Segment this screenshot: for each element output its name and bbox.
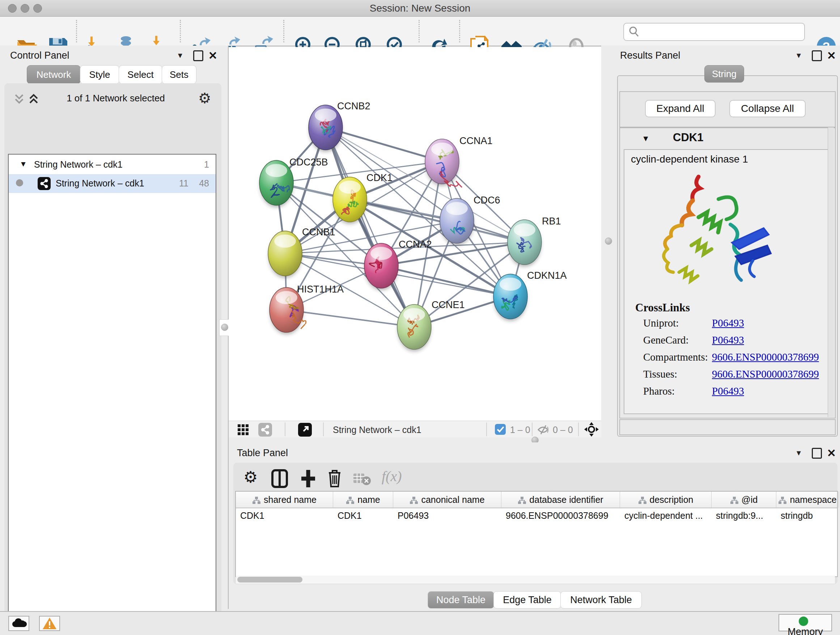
network-collection-row[interactable]: ▼ String Network – cdk1 1 [9,155,216,174]
results-scrollbar[interactable] [828,127,834,417]
network-node-CDKN1A[interactable]: CDKN1A [493,270,567,321]
panel-menu-icon[interactable]: ▼ [795,51,802,60]
memory-status-button[interactable]: Memory [778,614,832,631]
table-cell[interactable]: cyclin-dependent ... [620,508,711,523]
collection-count: 1 [204,159,209,170]
network-options-gear-icon[interactable]: ⚙ [198,90,211,106]
node-table: shared namenamecanonical namedatabase id… [235,491,838,577]
network-node-HIST1H1A[interactable]: HIST1H1A [270,284,344,334]
expand-all-button[interactable]: Expand All [645,100,715,117]
network-node-CCNA1[interactable]: CCNA1 [425,135,493,187]
gene-expander-icon[interactable]: ▼ [642,134,650,143]
crosslink-link[interactable]: 9606.ENSP00000378699 [712,351,819,363]
tab-network-table[interactable]: Network Table [561,591,642,608]
table-cell[interactable]: P06493 [393,508,501,523]
tab-select[interactable]: Select [118,65,163,84]
table-cell[interactable]: CDK1 [333,508,393,523]
hscrollbar-thumb[interactable] [237,577,302,583]
collapse-all-button[interactable]: Collapse All [729,100,806,117]
hidden-eye-slash-icon[interactable] [537,424,549,438]
network-node-CCNB1[interactable]: CCNB1 [268,226,335,278]
network-view-toolbar: String Network – cdk1 1 – 0 0 – 0 [229,421,601,438]
panel-menu-icon[interactable]: ▼ [177,51,184,60]
column-header-4[interactable]: description [620,492,712,508]
cloud-icon [11,618,27,629]
tab-string-results[interactable]: String [704,65,744,82]
column-header-5[interactable]: @id [712,492,776,508]
crosslink-label: Uniprot: [643,317,679,329]
network-node-CCNB2[interactable]: CCNB2 [309,101,370,152]
network-label: String Network – cdk1 [56,178,144,188]
column-header-0[interactable]: shared name [236,492,333,508]
network-node-CDC25B[interactable]: CDC25B [259,157,328,207]
cloud-status-button[interactable] [8,616,29,631]
string-view-icon[interactable] [258,423,272,437]
delete-column-trash-icon[interactable] [327,469,343,489]
network-graph[interactable]: CCNB2CCNA1CDC25BCDK1CDC6RB1CCNB1CCNA2CDK… [229,47,601,421]
crosslink-link[interactable]: 9606.ENSP00000378699 [712,368,819,380]
network-row[interactable]: String Network – cdk1 11 48 [9,174,216,193]
crosslink-link[interactable]: P06493 [712,385,744,397]
network-node-CCNE1[interactable]: CCNE1 [397,299,465,352]
table-cell[interactable]: 9606.ENSP00000378699 [501,508,620,523]
crosslink-link[interactable]: P06493 [712,317,744,329]
birds-eye-view-icon[interactable] [584,422,599,439]
tab-style[interactable]: Style [80,65,119,84]
memory-ok-dot-icon [799,616,808,626]
search-box [623,23,805,41]
open-in-window-icon[interactable] [298,423,312,437]
panel-close-icon[interactable]: ✕ [827,447,836,459]
search-input[interactable] [643,25,800,38]
add-column-icon[interactable] [299,469,317,489]
hidden-counts: 0 – 0 [553,424,573,435]
crosslink-row: Uniprot:P06493 [643,317,679,329]
network-edge-count: 48 [199,178,209,188]
panel-menu-icon[interactable]: ▼ [795,449,802,457]
node-label-CCNB1: CCNB1 [302,226,335,238]
tree-expander-icon[interactable]: ▼ [19,160,27,168]
column-header-6[interactable]: namespace [776,492,839,508]
column-header-3[interactable]: database identifier [501,492,620,508]
panel-float-icon[interactable] [812,50,822,61]
crosslink-row: GeneCard:P06493 [643,334,689,346]
network-node-RB1[interactable]: RB1 [508,216,561,267]
node-label-CDC25B: CDC25B [289,157,328,168]
column-header-1[interactable]: name [333,492,393,508]
panel-close-icon[interactable]: ✕ [208,49,218,62]
network-node-CDC6[interactable]: CDC6 [440,195,500,245]
splitter-dot-icon[interactable] [605,238,612,245]
gene-detail-box: cyclin-dependent kinase 1 [624,149,832,414]
selected-checkbox-icon[interactable] [495,424,506,435]
main-toolbar: ? [0,17,840,46]
show-columns-icon[interactable] [271,469,288,489]
tab-network[interactable]: Network [27,65,81,84]
network-node-CDK1[interactable]: CDK1 [333,172,393,224]
panel-float-icon[interactable] [812,448,822,459]
expand-all-networks-button[interactable] [27,92,40,107]
grid-view-icon[interactable] [237,424,249,438]
panel-close-icon[interactable]: ✕ [827,49,836,62]
splitter-dot-icon[interactable] [221,324,228,331]
toolbar-separator [285,423,286,436]
panel-float-icon[interactable] [193,50,203,61]
collapse-all-networks-button[interactable] [13,92,25,107]
table-cell[interactable]: stringdb:9... [712,508,776,523]
network-canvas[interactable]: CCNB2CCNA1CDC25BCDK1CDC6RB1CCNB1CCNA2CDK… [229,47,601,421]
table-hscrollbar[interactable] [236,576,835,584]
tab-node-table[interactable]: Node Table [428,591,494,608]
gene-section: ▼ CDK1 cyclin-dependent kinase 1 [619,127,836,418]
node-label-CDK1: CDK1 [366,172,393,183]
crosslink-link[interactable]: P06493 [712,334,744,346]
network-tree: ▼ String Network – cdk1 1 String Network… [8,154,216,635]
table-cell[interactable]: CDK1 [236,508,333,523]
table-panel-window-buttons: ▼✕ [795,447,836,459]
table-options-gear-icon[interactable]: ⚙ [243,468,257,486]
column-header-2[interactable]: canonical name [393,492,501,508]
tab-sets[interactable]: Sets [162,65,196,84]
tab-edge-table[interactable]: Edge Table [493,591,561,608]
warnings-button[interactable] [39,616,60,631]
double-chevron-down-icon [13,92,25,106]
node-label-CCNE1: CCNE1 [431,299,465,310]
table-cell[interactable]: stringdb [776,508,838,523]
node-label-CCNA2: CCNA2 [399,239,432,250]
